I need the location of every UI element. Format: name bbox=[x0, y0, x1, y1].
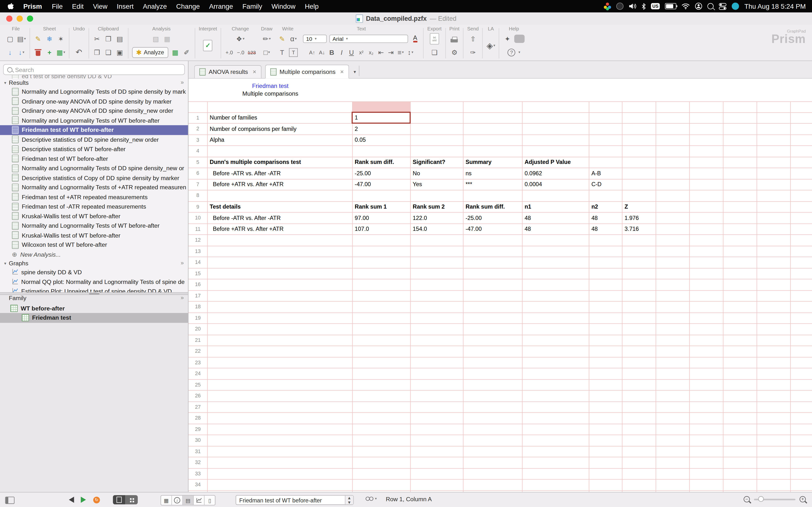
line-spacing-icon[interactable]: ↕▾ bbox=[406, 47, 415, 57]
wifi-icon[interactable] bbox=[682, 3, 690, 9]
cell-r7c0[interactable]: Before +ATR vs. After +ATR bbox=[207, 179, 352, 190]
results-item[interactable]: Friedman test of WT before-after bbox=[0, 125, 189, 135]
row-header-28[interactable]: 28 bbox=[189, 412, 207, 424]
highlighter-icon[interactable]: ✎ bbox=[34, 34, 42, 44]
share-icon[interactable]: ⇧ bbox=[469, 34, 477, 44]
cell-r5c3[interactable]: Summary bbox=[463, 157, 522, 168]
layout-view-button[interactable]: ▯ bbox=[204, 496, 215, 505]
row-header-30[interactable]: 30 bbox=[189, 435, 207, 446]
save-icon[interactable]: ↓ bbox=[6, 47, 14, 57]
sheet-picker-dropdown[interactable]: Friedman test of WT before-after ▲▼ bbox=[236, 495, 354, 505]
row-header-22[interactable]: 22 bbox=[189, 345, 207, 356]
cell-r11c2[interactable]: 154.0 bbox=[410, 223, 463, 234]
toggle-navigator-icon[interactable] bbox=[5, 497, 14, 504]
control-center-icon[interactable] bbox=[719, 2, 727, 10]
list-view-button[interactable] bbox=[113, 495, 125, 505]
add-sheet-icon[interactable]: + bbox=[45, 47, 54, 57]
cell-r11c4[interactable]: 48 bbox=[522, 223, 589, 234]
results-view-button[interactable]: ▤ bbox=[183, 496, 194, 505]
cell-r3c1[interactable]: 0.05 bbox=[352, 134, 410, 145]
row-header-20[interactable]: 20 bbox=[189, 323, 207, 334]
row-header-14[interactable]: 14 bbox=[189, 257, 207, 268]
font-size-select[interactable]: 10▾ bbox=[303, 35, 327, 43]
selected-column-header[interactable] bbox=[352, 101, 410, 112]
cell-r9c1[interactable]: Rank sum 1 bbox=[352, 201, 410, 212]
row-header-12[interactable]: 12 bbox=[189, 234, 207, 245]
spotlight-search-icon[interactable] bbox=[708, 3, 714, 9]
cell-r5c0[interactable]: Dunn's multiple comparisons test bbox=[207, 157, 352, 168]
row-header-18[interactable]: 18 bbox=[189, 301, 207, 312]
section-chevron-icon[interactable]: » bbox=[181, 294, 184, 300]
family-nav-button[interactable]: ↻ bbox=[93, 497, 100, 503]
cell-r11c1[interactable]: 107.0 bbox=[352, 223, 410, 234]
row-header-1[interactable]: 1 bbox=[189, 112, 207, 123]
cell-r3c0[interactable]: Alpha bbox=[207, 134, 352, 145]
cell-r6c4[interactable]: 0.0962 bbox=[522, 168, 589, 179]
zoom-out-icon[interactable]: − bbox=[744, 496, 750, 502]
cell-r11c5[interactable]: 48 bbox=[589, 223, 622, 234]
cell-r10c3[interactable]: -25.00 bbox=[463, 212, 522, 223]
outdent-icon[interactable]: ⇤ bbox=[376, 47, 385, 57]
results-item[interactable]: Descriptive statistics of WT before-afte… bbox=[0, 145, 189, 154]
cell-r10c4[interactable]: 48 bbox=[522, 212, 589, 223]
results-item[interactable]: Kruskal-Wallis test of WT before-after bbox=[0, 231, 189, 240]
status-teal-circle-icon[interactable] bbox=[732, 3, 739, 10]
export-txt-xml-icon[interactable]: txtxml bbox=[430, 33, 439, 44]
sidebar-splitter[interactable] bbox=[0, 292, 189, 295]
eyedropper-icon[interactable]: ✐ bbox=[182, 47, 191, 57]
decimal-decrease-icon[interactable]: −.0 bbox=[236, 47, 245, 57]
tab-list-dropdown-icon[interactable]: ▾ bbox=[354, 69, 356, 74]
decimal-increase-icon[interactable]: +.0 bbox=[225, 47, 234, 57]
status-app-icon[interactable] bbox=[604, 3, 611, 10]
increase-font-icon[interactable]: A↑ bbox=[308, 47, 316, 57]
cell-r9c4[interactable]: n1 bbox=[522, 201, 589, 212]
menu-file[interactable]: File bbox=[47, 2, 67, 10]
menu-insert[interactable]: Insert bbox=[112, 2, 138, 10]
cell-r6c0[interactable]: Before -ATR vs. After -ATR bbox=[207, 168, 352, 179]
user-account-icon[interactable] bbox=[695, 3, 703, 10]
results-item[interactable]: Wilcoxon test of WT before-after bbox=[0, 240, 189, 249]
row-header-9[interactable]: 9 bbox=[189, 201, 207, 212]
graphs-item[interactable]: spine density DD & VD bbox=[0, 268, 189, 277]
help-icon[interactable]: ? bbox=[507, 48, 515, 56]
results-item[interactable]: Descriptive statistics of Copy of DD spi… bbox=[0, 173, 189, 183]
magic-wand-icon[interactable]: ✶ bbox=[57, 34, 65, 44]
section-chevron-icon[interactable]: » bbox=[181, 79, 184, 86]
decrease-font-icon[interactable]: A↓ bbox=[317, 47, 326, 57]
section-graphs[interactable]: ▾Graphs» bbox=[0, 259, 189, 268]
row-header-23[interactable]: 23 bbox=[189, 357, 207, 368]
cell-r11c6[interactable]: 3.716 bbox=[622, 223, 656, 234]
forward-button[interactable] bbox=[81, 497, 86, 503]
row-header-3[interactable]: 3 bbox=[189, 134, 207, 145]
number-format-icon[interactable]: 123 bbox=[248, 50, 256, 55]
underline-icon[interactable]: U bbox=[347, 47, 356, 57]
row-header-5[interactable]: 5 bbox=[189, 157, 207, 168]
copy-icon[interactable]: ❐ bbox=[104, 34, 113, 44]
page-setup-icon[interactable]: ⚙ bbox=[450, 47, 459, 57]
new-sheet-icon[interactable]: ▢ bbox=[6, 34, 14, 44]
row-header-33[interactable]: 33 bbox=[189, 468, 207, 479]
row-header-2[interactable]: 2 bbox=[189, 123, 207, 134]
cell-r7c3[interactable]: *** bbox=[463, 179, 522, 190]
minimize-window-button[interactable] bbox=[17, 15, 23, 22]
family-item[interactable]: Friedman test bbox=[0, 313, 189, 323]
shape-tool-icon[interactable]: □▾ bbox=[262, 47, 271, 57]
cell-r9c6[interactable]: Z bbox=[622, 201, 656, 212]
row-header-32[interactable]: 32 bbox=[189, 457, 207, 468]
paste-special-icon[interactable]: ❑ bbox=[104, 47, 113, 57]
menu-analyze[interactable]: Analyze bbox=[138, 2, 171, 10]
cell-r2c1[interactable]: 2 bbox=[352, 123, 410, 134]
row-header-7[interactable]: 7 bbox=[189, 179, 207, 190]
status-dark-circle-icon[interactable] bbox=[616, 3, 623, 10]
results-item[interactable]: Friedman test of -ATR repeated measureme… bbox=[0, 202, 189, 212]
keyboard-input-badge[interactable]: US bbox=[651, 3, 660, 9]
greek-alpha-icon[interactable]: α▾ bbox=[289, 34, 298, 44]
menu-view[interactable]: View bbox=[88, 2, 112, 10]
disclosure-icon[interactable]: ▾ bbox=[4, 261, 6, 266]
row-header-34[interactable]: 34 bbox=[189, 479, 207, 490]
row-header-16[interactable]: 16 bbox=[189, 279, 207, 290]
freeze-sheet-icon[interactable]: ❄ bbox=[45, 34, 54, 44]
zoom-in-icon[interactable]: + bbox=[800, 496, 806, 502]
row-header-31[interactable]: 31 bbox=[189, 446, 207, 457]
new-analysis-table-icon[interactable]: ▦ bbox=[171, 47, 180, 57]
